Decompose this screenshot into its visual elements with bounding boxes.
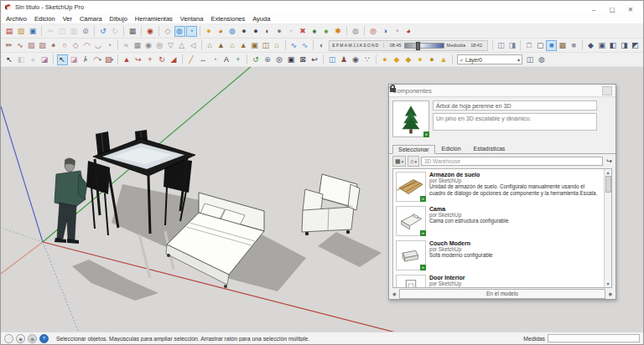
eraser-tool-icon[interactable]: ◪ [69, 54, 80, 65]
compass-icon[interactable]: ◑ [380, 26, 391, 37]
view-front-icon[interactable]: ◧ [608, 40, 618, 51]
model-info-icon[interactable]: ◉ [145, 26, 156, 37]
paint-bucket-icon[interactable]: ◕ [28, 54, 39, 65]
scroll-up-icon[interactable]: ▴ [606, 169, 609, 176]
hidden-line-style-icon[interactable]: ▢ [535, 40, 545, 51]
flip-edge-tool-icon[interactable]: ◁ [188, 40, 198, 51]
shadow-date-slider[interactable]: EFMAMJJASOND [332, 43, 383, 48]
menu-herramientas[interactable]: Herramientas [135, 15, 173, 23]
clock-icon[interactable]: ◕ [403, 26, 414, 37]
scroll-down-icon[interactable]: ▾ [606, 281, 609, 287]
house-builder-icon[interactable]: ⌂ [205, 40, 215, 51]
sandbox-from-contours-icon[interactable]: ≈ [121, 40, 131, 51]
panel-detach-button[interactable] [602, 86, 612, 95]
search-go-icon[interactable]: ↪ [606, 157, 612, 165]
plugin-sun-icon[interactable]: ● [204, 26, 215, 37]
sandbox-from-scratch-icon[interactable]: ▦ [132, 40, 143, 51]
component-preview-thumbnail[interactable]: » [392, 100, 429, 137]
window-tool-icon[interactable]: ⌂ [272, 40, 282, 51]
look-extension-icon[interactable]: ◔ [186, 26, 197, 37]
menu-camara[interactable]: Cámara [80, 15, 102, 23]
back-edges-mode-icon[interactable]: ◨ [507, 40, 517, 51]
drape-tool-icon[interactable]: ▽ [165, 40, 175, 51]
protractor-tool-icon[interactable]: ◔ [210, 54, 221, 65]
credit-attribution-icon[interactable]: ● [415, 54, 426, 65]
component-list-item[interactable]: »Armazón de suelopor SketchUpUnidad de a… [393, 169, 604, 203]
plugin-tree-icon[interactable]: ♠ [309, 26, 320, 37]
freehand-tool-icon[interactable]: ∿ [15, 40, 25, 51]
print-icon[interactable]: ▦ [127, 26, 138, 37]
orbit-tool-icon[interactable]: ↺ [251, 54, 262, 65]
tab-edicion[interactable]: Edición [436, 144, 467, 153]
components-panel-header[interactable]: Componentes [389, 85, 615, 97]
footer-nav-right-icon[interactable]: ◆ [608, 291, 612, 296]
component-name-field[interactable]: Árbol de hoja perenne en 3D [433, 100, 597, 111]
view-back-icon[interactable]: ◩ [630, 40, 640, 51]
eraser-alt-icon[interactable]: ◪ [39, 54, 50, 65]
copy-icon[interactable]: ◫ [57, 26, 68, 37]
zoom-extents-icon[interactable]: ⊠ [298, 54, 309, 65]
save-document-icon[interactable]: ▣ [28, 26, 39, 37]
view-right-icon[interactable]: ◨ [619, 40, 629, 51]
footer-nav-left-icon[interactable]: ◆ [392, 291, 397, 296]
plugin-gear-icon[interactable]: ✱ [333, 26, 344, 37]
two-point-arc-tool-icon[interactable]: ◡ [93, 40, 103, 51]
erase-icon[interactable]: ⊘ [80, 26, 91, 37]
move-tool-icon[interactable]: + [145, 54, 156, 65]
menu-archivo[interactable]: Archivo [6, 15, 27, 23]
undo-icon[interactable]: ↺ [98, 26, 109, 37]
previous-view-icon[interactable]: ↩ [309, 54, 320, 65]
follow-me-tool-icon[interactable]: ↪ [133, 54, 144, 65]
plugin-forest-icon[interactable]: ♠ [321, 26, 332, 37]
sign-in-icon[interactable]: ◉ [28, 334, 37, 343]
select-active-icon[interactable]: ↖ [57, 54, 68, 65]
new-document-icon[interactable]: ▤ [4, 26, 15, 37]
shadow-time-slider[interactable] [404, 43, 444, 49]
position-camera-extension-icon[interactable]: ◇ [163, 26, 174, 37]
flag-content-icon[interactable]: ▲ [439, 54, 449, 65]
measurements-input[interactable] [548, 334, 640, 342]
redo-icon[interactable]: ↻ [110, 26, 121, 37]
share-model-icon[interactable]: ◆ [392, 54, 402, 65]
plugin-world-icon[interactable]: ● [251, 26, 262, 37]
open-document-icon[interactable]: ▨ [16, 26, 27, 37]
monochrome-style-icon[interactable]: ■ [569, 40, 579, 51]
component-thumbnail[interactable]: » [396, 240, 426, 270]
model-person[interactable] [55, 158, 87, 244]
wireframe-style-icon[interactable]: □ [524, 40, 534, 51]
layer-manager-icon[interactable]: ◫ [525, 54, 536, 65]
scrollbar-thumb[interactable] [605, 176, 611, 193]
add-detail-tool-icon[interactable]: △ [177, 40, 187, 51]
stamp-tool-icon[interactable]: ◎ [154, 40, 164, 51]
house-wizard-icon[interactable]: ⌂ [227, 40, 237, 51]
add-location-icon[interactable]: ◎ [368, 26, 379, 37]
solar-protractor-icon[interactable]: ◔ [392, 26, 402, 37]
plugin-moon-icon[interactable]: ◐ [262, 26, 273, 37]
look-around-tool-icon[interactable]: ◉ [351, 54, 361, 65]
paste-icon[interactable]: ▥ [69, 26, 80, 37]
rectangle-tool-icon[interactable]: ▧ [26, 40, 36, 51]
tape-measure-icon[interactable]: ╱ [186, 54, 197, 65]
line-tool-icon[interactable]: /▾ [80, 54, 91, 65]
wall-tool-icon[interactable]: ▣ [249, 40, 259, 51]
navigation-home-button[interactable]: ⌂ ▾ [408, 156, 419, 167]
component-thumbnail[interactable]: » [396, 275, 426, 287]
cut-icon[interactable]: ✂ [45, 26, 56, 37]
dimension-tool-icon[interactable]: ↔ [198, 54, 209, 65]
xray-mode-icon[interactable]: ◫ [496, 40, 506, 51]
tab-estadisticas[interactable]: Estadísticas [468, 144, 512, 153]
plugin-node-icon[interactable]: ◦ [286, 26, 297, 37]
view-top-icon[interactable]: ▣ [597, 40, 607, 51]
plugin-sphere-icon[interactable]: ● [274, 26, 285, 37]
textured-style-icon[interactable]: ▩ [558, 40, 568, 51]
component-list-item[interactable]: »Camapor SketchUpCama con estructura con… [393, 203, 604, 238]
georeference-icon[interactable]: ◍ [351, 26, 361, 37]
select-tool-icon[interactable]: ↖ [4, 54, 15, 65]
pie-tool-icon[interactable]: ◔ [104, 40, 114, 51]
tab-seleccionar[interactable]: Seleccionar [392, 145, 435, 154]
axes-tool-icon[interactable]: + [233, 54, 244, 65]
component-list-item[interactable]: »Door Interiorpor SketchUpUna puerta esc… [393, 272, 604, 287]
claim-credit-icon[interactable]: ◉ [16, 334, 25, 343]
menu-edicion[interactable]: Edición [34, 15, 55, 23]
arc-tool-2-icon[interactable]: ◠▾ [92, 54, 103, 65]
